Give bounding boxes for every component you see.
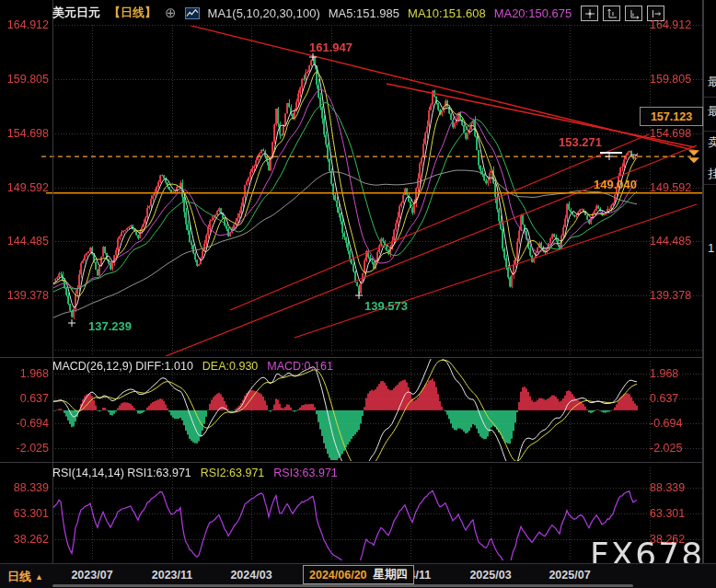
price-alert-tag[interactable]: 157.123 xyxy=(640,107,703,126)
main-axis-left-label: 149.592 xyxy=(2,181,49,194)
triangle-up-icon: ▲ xyxy=(35,572,43,582)
macd-title: MACD(26,12,9) DIFF:1.010 xyxy=(52,360,193,373)
main-axis-right-label: 149.592 xyxy=(650,181,691,194)
chart-type-icon[interactable] xyxy=(185,7,200,19)
ma5-value: MA5:151.985 xyxy=(329,6,399,20)
resistance-annotation: 153.271 xyxy=(559,135,602,149)
period-label[interactable]: 【日线】 xyxy=(109,5,156,21)
ma20-value: MA20:150.675 xyxy=(494,6,572,20)
fit-y-axis-icon[interactable] xyxy=(603,6,620,21)
main-axis-left-label: 159.805 xyxy=(2,73,49,86)
main-axis-left-label: 144.485 xyxy=(2,235,49,248)
fit-x-axis-icon[interactable] xyxy=(625,6,642,21)
main-axis-right-label: 139.378 xyxy=(650,289,691,302)
selected-date-tooltip: 2024/06/20 星期四 xyxy=(303,565,414,584)
rsi3-value: RSI3:63.971 xyxy=(273,467,338,479)
main-axis-left-label: 139.378 xyxy=(2,289,49,302)
left-low-annotation: 137.239 xyxy=(88,319,132,333)
add-indicator-icon[interactable]: ⊕ xyxy=(165,6,177,19)
quote-panel-text: 卖 xyxy=(708,134,716,151)
macd-dea-value: DEA:0.930 xyxy=(202,360,258,373)
time-axis-label: 2024/03 xyxy=(230,569,271,582)
main-axis-right-label: 144.485 xyxy=(650,235,691,248)
rsi-axis-left-label: 88.339 xyxy=(2,481,49,494)
selected-date: 2024/06/20 xyxy=(309,569,367,582)
macd-axis-right-label: 0.637 xyxy=(650,392,678,405)
macd-axis-left-label: 0.637 xyxy=(2,392,49,405)
rsi-axis-left-label: 38.262 xyxy=(2,533,49,546)
quote-panel-text: 最 xyxy=(708,74,716,90)
macd-axis-right-label: -0.694 xyxy=(650,417,682,430)
rsi-legend: RSI(14,14,14) RSI1:63.971 RSI2:63.971 RS… xyxy=(52,467,338,479)
rsi-axis-right-label: 63.301 xyxy=(650,507,685,520)
chart-application: 美元日元 【日线】 ⊕ MA1(5,10,20,30,100) MA5:151.… xyxy=(0,0,716,588)
time-axis-label: 2025/03 xyxy=(469,569,511,582)
rsi-axis-right-label: 38.262 xyxy=(650,533,685,546)
horizontal-scrollbar[interactable] xyxy=(52,584,633,587)
macd-legend: MACD(26,12,9) DIFF:1.010 DEA:0.930 MACD:… xyxy=(52,360,333,373)
macd-axis-right-label: 1.968 xyxy=(650,367,678,380)
time-axis-label: 2023/11 xyxy=(152,569,193,582)
main-axis-left-label: 164.912 xyxy=(2,18,49,31)
ma-settings-label: MA1(5,10,20,30,100) xyxy=(208,6,320,20)
rsi-title: RSI(14,14,14) RSI1:63.971 xyxy=(52,467,191,479)
rsi-axis-left-label: 63.301 xyxy=(2,507,49,520)
peak-price-annotation: 161.947 xyxy=(309,40,352,54)
main-axis-right-label: 159.805 xyxy=(650,73,691,86)
time-axis: 日线▲ 2023/07 2023/11 2024/03 2024/11 2025… xyxy=(0,563,716,588)
main-axis-right-label: 154.698 xyxy=(650,127,691,140)
crosshair-icon[interactable] xyxy=(581,6,598,21)
current-price-annotation: 149.040 xyxy=(594,178,637,191)
mid-low-annotation: 139.573 xyxy=(364,299,408,313)
selected-weekday: 星期四 xyxy=(374,567,409,582)
ma10-value: MA10:151.608 xyxy=(408,6,486,20)
quote-panel-text: 最 xyxy=(708,103,716,120)
chart-header: 美元日元 【日线】 ⊕ MA1(5,10,20,30,100) MA5:151.… xyxy=(52,5,572,21)
rsi2-value: RSI2:63.971 xyxy=(201,467,265,479)
macd-macd-value: MACD:0.161 xyxy=(267,360,333,373)
time-axis-label: 2025/07 xyxy=(549,569,590,582)
macd-axis-left-label: -2.025 xyxy=(2,442,49,455)
main-axis-left-label: 154.698 xyxy=(2,127,49,140)
macd-axis-right-label: -2.025 xyxy=(650,442,682,455)
macd-axis-left-label: 1.968 xyxy=(2,367,49,380)
time-axis-label: 2023/07 xyxy=(71,569,112,582)
main-axis-right-label: 164.912 xyxy=(650,18,691,31)
macd-axis-left-label: -0.694 xyxy=(2,417,49,430)
symbol-title: 美元日元 xyxy=(52,5,100,21)
timeframe-selector[interactable]: 日线▲ xyxy=(7,569,43,585)
right-quote-panel-edge: 最 最 卖 挂 1 xyxy=(703,0,716,563)
quote-panel-text: 挂 xyxy=(708,166,716,182)
quote-panel-text: 1 xyxy=(708,241,714,255)
rsi-axis-right-label: 88.339 xyxy=(650,481,685,494)
